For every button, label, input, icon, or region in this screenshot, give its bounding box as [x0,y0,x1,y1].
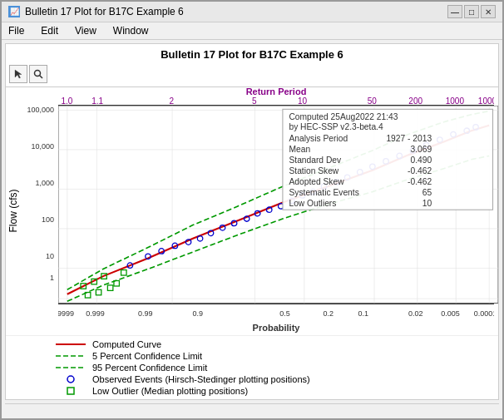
svg-text:Mean: Mean [289,145,310,154]
legend-computed-label: Computed Curve [92,339,161,349]
toolbar: Bulletin 17 Plot for B17C Example 6 [6,44,498,87]
svg-text:Analysis Period: Analysis Period [289,134,348,143]
app-icon: 📈 [8,6,20,17]
close-button[interactable]: ✕ [481,5,496,18]
menu-file[interactable]: File [5,24,27,37]
svg-text:10: 10 [46,252,54,260]
title-bar-left: 📈 Bulletin 17 Plot for B17C Example 6 [8,6,184,17]
legend-item-computed: Computed Curve [56,339,492,349]
svg-text:1,000: 1,000 [35,179,54,187]
svg-text:100,000: 100,000 [27,106,54,114]
y-axis-label: Flow (cfs) [6,87,21,335]
legend: Computed Curve 5 Percent Confidence Limi… [6,335,498,399]
svg-rect-102 [67,388,74,394]
svg-text:0.99: 0.99 [138,309,153,318]
svg-text:65: 65 [422,188,432,197]
svg-text:Computed 25Aug2022 21:43: Computed 25Aug2022 21:43 [289,112,398,121]
svg-text:Station Skew: Station Skew [289,166,338,175]
svg-text:3.069: 3.069 [410,145,432,154]
chart-container: Flow (cfs) Return Period 1.0 1.1 2 5 10 … [6,87,498,335]
top-axis-svg: 1.0 1.1 2 5 10 50 200 1000 10000 [58,87,494,106]
legend-item-95pct: 95 Percent Confidence Limit [56,363,492,373]
x-axis-svg: 0.9999 0.999 0.99 0.9 0.5 0.2 0.1 0.02 0… [58,304,494,336]
svg-text:10,000: 10,000 [31,142,54,151]
svg-text:Low Outliers: Low Outliers [289,199,336,208]
svg-text:1000: 1000 [446,96,465,106]
status-bar [5,403,499,416]
svg-text:-0.462: -0.462 [408,166,432,175]
tools-row [9,63,495,85]
legend-item-observed: Observed Events (Hirsch-Stedinger plotti… [56,374,492,384]
minimize-button[interactable]: — [447,5,462,18]
svg-text:1: 1 [50,274,54,282]
window-title: Bulletin 17 Plot for B17C Example 6 [25,6,184,17]
svg-text:1927 - 2013: 1927 - 2013 [386,134,432,143]
maximize-button[interactable]: □ [464,5,479,18]
svg-text:1.1: 1.1 [91,96,103,106]
legend-95pct-label: 95 Percent Confidence Limit [92,363,207,373]
svg-text:10000: 10000 [478,96,494,106]
svg-text:5: 5 [252,96,257,106]
menu-view[interactable]: View [72,24,100,37]
svg-text:0.490: 0.490 [410,156,432,165]
chart-inner: Return Period 1.0 1.1 2 5 10 50 200 1000… [21,87,498,335]
menu-bar: File Edit View Window [2,22,502,40]
svg-text:0.9999: 0.9999 [58,309,74,318]
svg-text:10: 10 [298,96,308,106]
svg-text:Systematic Events: Systematic Events [289,188,358,197]
zoom-tool[interactable] [29,65,47,83]
svg-text:Standard Dev: Standard Dev [289,156,342,165]
chart-plot-area: 100,000 10,000 1,000 100 10 1 [21,106,498,304]
svg-text:2: 2 [169,96,174,106]
menu-window[interactable]: Window [110,24,152,37]
top-axis: Return Period 1.0 1.1 2 5 10 50 200 1000… [58,87,494,106]
svg-text:0.02: 0.02 [408,309,423,318]
svg-text:0.2: 0.2 [324,309,334,318]
chart-title: Bulletin 17 Plot for B17C Example 6 [9,46,495,63]
title-bar: 📈 Bulletin 17 Plot for B17C Example 6 — … [2,2,502,22]
svg-text:200: 200 [408,96,422,106]
svg-text:0.0001: 0.0001 [474,309,494,318]
legend-item-low-outlier: Low Outlier (Median plotting positions) [56,386,492,396]
svg-text:Probability: Probability [253,323,301,333]
svg-line-1 [40,76,43,79]
svg-text:10: 10 [422,199,432,208]
content-area: Bulletin 17 Plot for B17C Example 6 Flow… [5,43,499,400]
svg-text:100: 100 [42,215,54,224]
svg-point-0 [35,71,41,77]
svg-text:0.999: 0.999 [86,309,105,318]
svg-text:0.5: 0.5 [279,309,290,318]
svg-text:50: 50 [368,96,378,106]
svg-text:0.9: 0.9 [192,309,203,318]
main-window: 📈 Bulletin 17 Plot for B17C Example 6 — … [0,0,504,420]
svg-text:-0.462: -0.462 [408,177,432,186]
x-axis: 0.9999 0.999 0.99 0.9 0.5 0.2 0.1 0.02 0… [58,304,494,335]
window-controls: — □ ✕ [447,5,496,18]
svg-text:0.005: 0.005 [441,309,460,318]
legend-observed-label: Observed Events (Hirsch-Stedinger plotti… [92,374,310,384]
y-ticks: 100,000 10,000 1,000 100 10 1 [21,106,58,304]
legend-low-outlier-label: Low Outlier (Median plotting positions) [92,386,248,396]
svg-text:by HEC-SSP v2.3-beta.4: by HEC-SSP v2.3-beta.4 [289,122,383,131]
legend-5pct-label: 5 Percent Confidence Limit [92,351,202,361]
svg-point-101 [67,376,74,383]
pointer-tool[interactable] [9,65,27,83]
menu-edit[interactable]: Edit [37,24,62,37]
main-plot-svg: Computed 25Aug2022 21:43 by HEC-SSP v2.3… [58,106,498,304]
legend-item-5pct: 5 Percent Confidence Limit [56,351,492,361]
svg-text:1.0: 1.0 [62,96,73,106]
y-axis-svg: 100,000 10,000 1,000 100 10 1 [21,106,58,304]
svg-text:0.1: 0.1 [358,309,369,318]
svg-text:Adopted Skew: Adopted Skew [289,177,344,186]
